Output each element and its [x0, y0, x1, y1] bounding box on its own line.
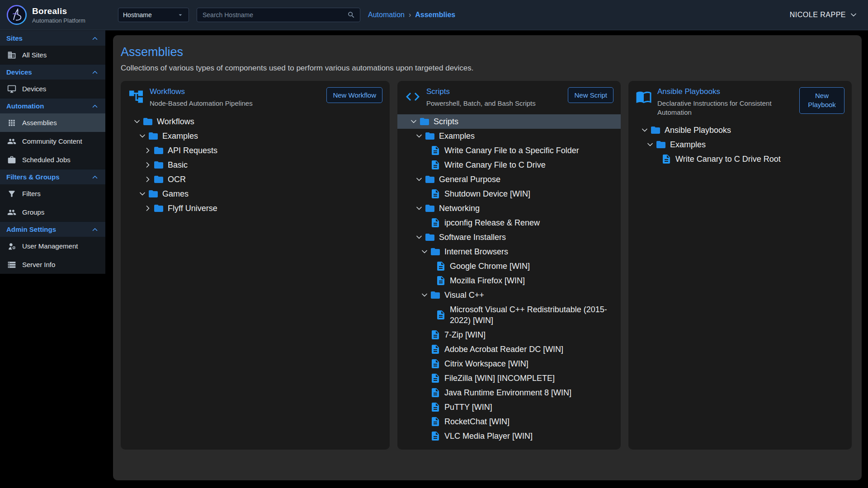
tree-file-putty-win[interactable]: PuTTY [WIN]	[405, 400, 613, 414]
sidebar-section-devices[interactable]: Devices	[0, 64, 105, 80]
new-playbook-button[interactable]: New Playbook	[799, 87, 844, 114]
sidebar-item-all-sites[interactable]: All Sites	[0, 46, 105, 64]
tree-item-label: Games	[162, 188, 189, 199]
toggle-spacer	[419, 402, 430, 413]
chevron-down-icon[interactable]	[137, 131, 148, 141]
sidebar-item-devices[interactable]: Devices	[0, 80, 105, 98]
tree-file-ipconfig-release-renew[interactable]: ipconfig Release & Renew	[405, 216, 613, 230]
sidebar-section-sites[interactable]: Sites	[0, 30, 105, 46]
tree-file-adobe-acrobat-reader-dc-win[interactable]: Adobe Acrobat Reader DC [WIN]	[405, 342, 613, 357]
chevron-up-icon	[91, 225, 99, 234]
file-icon	[430, 373, 441, 384]
tree-folder-visual-c[interactable]: Visual C++	[405, 288, 613, 302]
sidebar-item-filters[interactable]: Filters	[0, 184, 105, 203]
user-gear-icon	[7, 242, 16, 251]
sidebar-item-server-info[interactable]: Server Info	[0, 255, 105, 274]
brand-subtitle: Automation Platform	[32, 17, 85, 24]
brand: Borealis Automation Platform	[6, 5, 105, 25]
tree-item-label: Adobe Acrobat Reader DC [WIN]	[444, 344, 563, 355]
tree-file-shutdown-device-win[interactable]: Shutdown Device [WIN]	[405, 187, 613, 201]
tree-file-write-canary-file-to-a-specific-folder[interactable]: Write Canary File to a Specific Folder	[405, 143, 613, 158]
file-icon	[661, 154, 672, 164]
breadcrumb-assemblies[interactable]: Assemblies	[415, 11, 455, 19]
chevron-right-icon[interactable]	[142, 145, 153, 156]
chevron-right-icon[interactable]	[142, 174, 153, 185]
chevron-down-icon[interactable]	[414, 131, 425, 141]
sidebar-section-automation[interactable]: Automation	[0, 98, 105, 113]
tree-folder-ocr[interactable]: OCR	[128, 172, 382, 187]
chevron-down-icon[interactable]	[639, 125, 650, 136]
server-icon	[7, 260, 16, 269]
sidebar-item-community-content[interactable]: Community Content	[0, 132, 105, 150]
tree-file-filezilla-win-incomplete[interactable]: FileZilla [WIN] [INCOMPLETE]	[405, 371, 613, 385]
chevron-down-icon[interactable]	[414, 232, 425, 243]
panel-header: WorkflowsNode-Based Automation Pipelines…	[128, 87, 382, 108]
chevron-down-icon[interactable]	[414, 174, 425, 185]
tree-folder-internet-browsers[interactable]: Internet Browsers	[405, 244, 613, 259]
tree-file-rocketchat-win[interactable]: RocketChat [WIN]	[405, 414, 613, 429]
sidebar-item-assemblies[interactable]: Assemblies	[0, 113, 105, 132]
sidebar-item-scheduled-jobs[interactable]: Scheduled Jobs	[0, 150, 105, 169]
tree-folder-games[interactable]: Games	[128, 187, 382, 201]
file-icon	[430, 402, 441, 413]
folder-icon	[430, 290, 441, 300]
user-menu[interactable]: NICOLE RAPPE	[790, 10, 858, 19]
panel-workflows: WorkflowsNode-Based Automation Pipelines…	[121, 81, 390, 450]
tree-folder-workflows[interactable]: Workflows	[128, 114, 382, 129]
tree-folder-ansible-playbooks[interactable]: Ansible Playbooks	[636, 123, 844, 137]
chevron-right-icon[interactable]	[142, 160, 153, 170]
search-input[interactable]	[202, 11, 347, 19]
chevron-down-icon[interactable]	[414, 203, 425, 214]
toggle-spacer	[419, 387, 430, 398]
folder-icon	[153, 174, 164, 185]
tree-folder-examples[interactable]: Examples	[128, 129, 382, 143]
tree-file-microsoft-visual-c-redistributable-2015-2022-win[interactable]: Microsoft Visual C++ Redistributable (20…	[405, 302, 613, 328]
caret-down-icon	[177, 11, 184, 19]
file-icon	[430, 431, 441, 441]
chevron-down-icon[interactable]	[137, 188, 148, 199]
sidebar-item-label: Assemblies	[22, 119, 57, 127]
tree-file-7-zip-win[interactable]: 7-Zip [WIN]	[405, 328, 613, 342]
sidebar-item-groups[interactable]: Groups	[0, 203, 105, 221]
hostname-dropdown[interactable]: Hostname	[118, 8, 189, 22]
tree-folder-flyff-universe[interactable]: Flyff Universe	[128, 201, 382, 216]
tree-folder-scripts[interactable]: Scripts	[397, 114, 621, 129]
people-icon	[7, 137, 16, 146]
new-script-button[interactable]: New Script	[568, 87, 613, 103]
file-icon	[430, 188, 441, 199]
tree-file-citrix-workspace-win[interactable]: Citrix Workspace [WIN]	[405, 357, 613, 371]
tree-folder-examples[interactable]: Examples	[636, 137, 844, 152]
folder-icon	[425, 131, 435, 141]
sidebar-section-admin-settings[interactable]: Admin Settings	[0, 221, 105, 237]
chevron-down-icon[interactable]	[419, 290, 430, 300]
tree-file-java-runtime-environment-8-win[interactable]: Java Runtime Environment 8 [WIN]	[405, 385, 613, 400]
tree-item-label: Examples	[439, 131, 475, 141]
tree-file-mozilla-firefox-win[interactable]: Mozilla Firefox [WIN]	[405, 273, 613, 288]
tree-file-write-canary-to-c-drive-root[interactable]: Write Canary to C Drive Root	[636, 152, 844, 166]
tree-folder-networking[interactable]: Networking	[405, 201, 613, 216]
chevron-down-icon[interactable]	[132, 116, 142, 127]
chevron-down-icon[interactable]	[645, 139, 656, 150]
grid-icon	[7, 118, 16, 127]
panel-scripts: ScriptsPowershell, Batch, and Bash Scrip…	[397, 81, 621, 450]
tree-folder-software-installers[interactable]: Software Installers	[405, 230, 613, 244]
tree-item-label: RocketChat [WIN]	[444, 416, 509, 427]
chevron-down-icon[interactable]	[408, 116, 419, 127]
chevron-right-icon[interactable]	[142, 203, 153, 214]
sidebar-section-filters-groups[interactable]: Filters & Groups	[0, 169, 105, 184]
tree-folder-api-requests[interactable]: API Requests	[128, 143, 382, 158]
chevron-down-icon[interactable]	[419, 246, 430, 257]
tree-folder-general-purpose[interactable]: General Purpose	[405, 172, 613, 187]
panel-subtitle: Powershell, Batch, and Bash Scripts	[426, 99, 536, 108]
breadcrumb-automation[interactable]: Automation	[368, 11, 405, 19]
tree-file-vlc-media-player-win[interactable]: VLC Media Player [WIN]	[405, 429, 613, 443]
tree-item-label: PuTTY [WIN]	[444, 402, 492, 413]
tree-folder-basic[interactable]: Basic	[128, 158, 382, 172]
sidebar-item-user-management[interactable]: User Management	[0, 237, 105, 255]
tree-file-google-chrome-win[interactable]: Google Chrome [WIN]	[405, 259, 613, 273]
tree-file-write-canary-file-to-c-drive[interactable]: Write Canary File to C Drive	[405, 158, 613, 172]
tree-folder-examples[interactable]: Examples	[405, 129, 613, 143]
filter-icon	[7, 189, 16, 198]
new-workflow-button[interactable]: New Workflow	[326, 87, 382, 103]
folder-icon	[430, 246, 441, 257]
